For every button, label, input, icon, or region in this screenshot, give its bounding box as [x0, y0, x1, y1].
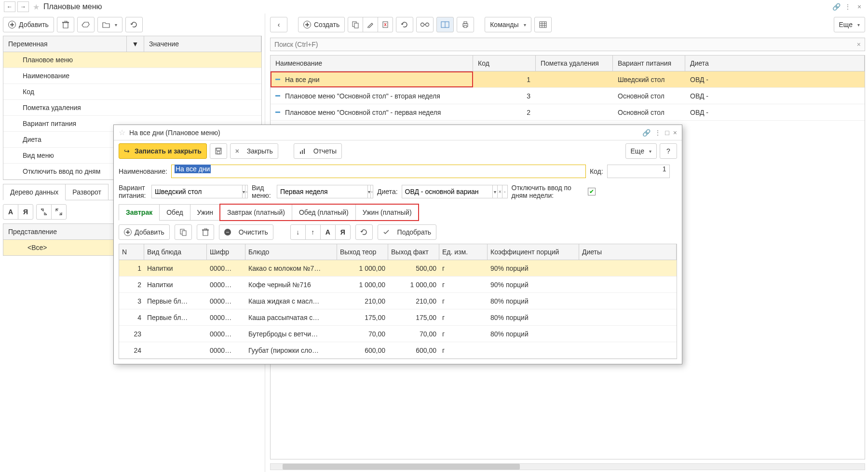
prev-button[interactable]: ‹ — [270, 17, 287, 32]
grid-header-diet[interactable]: Диета — [685, 56, 865, 71]
reports-button[interactable]: Отчеты — [294, 143, 342, 159]
dish-row[interactable]: 1 Напитки 0000… Какао с молоком №7… 1 00… — [119, 260, 677, 277]
close-button[interactable]: × Закрыть — [230, 143, 278, 159]
dish-clear-button[interactable]: − Очистить — [219, 224, 273, 240]
table-row[interactable]: Плановое меню "Основной стол" - вторая н… — [271, 88, 865, 104]
dish-header-diet[interactable]: Диеты — [579, 244, 677, 260]
save-button[interactable] — [210, 143, 227, 159]
menu-dots-icon[interactable]: ⋮ — [843, 2, 853, 12]
vars-row[interactable]: Плановое меню — [3, 52, 261, 68]
dish-header-dish[interactable]: Блюдо — [245, 244, 337, 260]
grid-settings-button[interactable] — [534, 17, 552, 32]
dish-copy-button[interactable] — [175, 224, 192, 240]
sort-desc-button[interactable]: Я — [18, 204, 33, 220]
folder-button[interactable]: ▾ — [97, 17, 122, 32]
dialog-menu-icon[interactable]: ⋮ — [654, 129, 661, 137]
code-input[interactable]: 1 — [607, 165, 670, 178]
link-icon[interactable]: 🔗 — [831, 2, 841, 12]
save-close-button[interactable]: ↪Записать и закрыть — [119, 143, 207, 159]
more-button[interactable]: Еще▾ — [834, 17, 866, 32]
dialog-link-icon[interactable]: 🔗 — [642, 129, 651, 137]
dish-row[interactable]: 24 0000… Гуубат (пирожки сло… 600,00 600… — [119, 342, 677, 359]
delete-button[interactable] — [57, 17, 74, 32]
disable-days-checkbox[interactable]: ✔ — [588, 188, 596, 195]
dialog-maximize-icon[interactable]: □ — [665, 129, 669, 137]
meal-tab-breakfast-paid[interactable]: Завтрак (платный) — [220, 204, 292, 221]
table-row[interactable]: Плановое меню "Основной стол" - первая н… — [271, 104, 865, 121]
open-icon[interactable]: ▫ — [245, 185, 247, 198]
nav-forward[interactable]: → — [17, 1, 29, 12]
sort-asc-button[interactable]: А — [3, 204, 18, 220]
meal-tab-breakfast[interactable]: Завтрак — [119, 204, 160, 221]
help-button[interactable]: ? — [660, 143, 677, 159]
dish-delete-button[interactable] — [197, 224, 214, 240]
dish-row[interactable]: 4 Первые бл… 0000… Каша рассыпчатая с… 1… — [119, 309, 677, 326]
clear-icon[interactable]: × — [497, 185, 502, 198]
dish-header-coef[interactable]: Коэффициент порций — [488, 244, 579, 260]
dialog-close-icon[interactable]: × — [673, 129, 677, 137]
dish-refresh-button[interactable] — [355, 224, 373, 240]
grid-header-code[interactable]: Код — [473, 56, 536, 71]
print-button[interactable] — [457, 17, 474, 32]
erase-button[interactable] — [77, 17, 95, 32]
meal-tab-lunch-paid[interactable]: Обед (платный) — [292, 204, 356, 221]
close-icon[interactable]: × — [854, 2, 864, 12]
layout-button[interactable] — [436, 17, 454, 32]
create-button[interactable]: Создать — [298, 17, 345, 32]
mark-delete-button[interactable] — [378, 17, 393, 32]
dialog-star-icon[interactable]: ☆ — [119, 128, 125, 137]
vars-row[interactable]: Пометка удаления — [3, 100, 261, 116]
dish-header-code[interactable]: Шифр — [207, 244, 245, 260]
dish-header-out2[interactable]: Выход факт — [388, 244, 439, 260]
refresh-button[interactable] — [396, 17, 413, 32]
dish-sort-asc[interactable]: А — [320, 224, 336, 240]
favorite-star-icon[interactable]: ★ — [33, 2, 40, 12]
edit-button[interactable] — [363, 17, 378, 32]
refresh-button[interactable] — [125, 17, 143, 32]
commands-button[interactable]: Команды▾ — [485, 17, 531, 32]
dish-row[interactable]: 23 0000… Бутерброды с ветчи… 70,00 70,00… — [119, 326, 677, 342]
collapse-button[interactable] — [36, 204, 52, 220]
diet-combo[interactable]: ▾×▫ — [402, 185, 508, 198]
dish-header-out1[interactable]: Выход теор — [337, 244, 388, 260]
dish-header-n[interactable]: N — [119, 244, 144, 260]
meal-tab-dinner[interactable]: Ужин — [190, 204, 220, 221]
dish-header-unit[interactable]: Ед. изм. — [439, 244, 488, 260]
svg-rect-10 — [540, 22, 546, 28]
open-icon[interactable]: ▫ — [502, 185, 507, 198]
dish-sort-desc[interactable]: Я — [335, 224, 351, 240]
menu-type-combo[interactable]: ▾▫ — [277, 185, 373, 198]
meal-tab-dinner-paid[interactable]: Ужин (платный) — [355, 204, 419, 221]
filter-icon[interactable]: ▼ — [127, 36, 144, 52]
tab-data-tree[interactable]: Дерево данных — [3, 184, 66, 200]
tab-pivot[interactable]: Разворот — [65, 184, 108, 200]
select-dish-button[interactable]: Подобрать — [378, 224, 436, 240]
code-label: Код: — [590, 167, 603, 175]
search-input[interactable]: × — [270, 38, 865, 51]
grid-header-del[interactable]: Пометка удаления — [536, 56, 613, 71]
dialog-more-button[interactable]: Еще▾ — [625, 143, 657, 159]
vars-row[interactable]: Наименование — [3, 68, 261, 84]
nav-back[interactable]: ← — [4, 1, 15, 12]
add-button[interactable]: Добавить — [3, 17, 54, 32]
dish-row[interactable]: 2 Напитки 0000… Кофе черный №716 1 000,0… — [119, 277, 677, 293]
move-up-button[interactable]: ↑ — [305, 224, 321, 240]
dish-header-type[interactable]: Вид блюда — [144, 244, 207, 260]
plus-circle-icon — [8, 21, 16, 28]
open-icon[interactable]: ▫ — [370, 185, 373, 198]
move-down-button[interactable]: ↓ — [290, 224, 306, 240]
chevron-down-icon[interactable]: ▾ — [492, 185, 497, 198]
table-row[interactable]: На все дни 1 Шведский стол ОВД - — [271, 71, 865, 88]
name-input[interactable]: На все дни — [171, 165, 586, 178]
clear-search-icon[interactable]: × — [857, 41, 861, 48]
grid-header-name[interactable]: Наименование — [271, 56, 473, 71]
meal-tab-lunch[interactable]: Обед — [159, 204, 190, 221]
dish-row[interactable]: 3 Первые бл… 0000… Каша жидкая с масл… 2… — [119, 293, 677, 309]
dish-add-button[interactable]: Добавить — [119, 224, 170, 240]
glasses-button[interactable] — [416, 17, 434, 32]
expand-button[interactable] — [51, 204, 67, 220]
variant-combo[interactable]: ▾▫ — [151, 185, 248, 198]
grid-header-variant[interactable]: Вариант питания — [613, 56, 685, 71]
copy-button[interactable] — [348, 17, 363, 32]
vars-row[interactable]: Код — [3, 84, 261, 100]
